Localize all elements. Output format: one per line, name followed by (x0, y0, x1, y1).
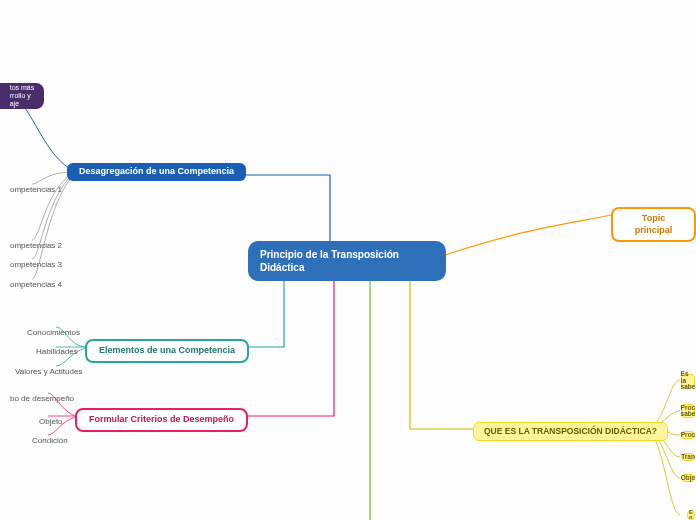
right-leaf-4[interactable]: Tran (681, 453, 695, 461)
desagregacion-label: Desagregación de una Competencia (79, 166, 234, 178)
comp-leaf-4[interactable]: ompetencias 4 (0, 276, 72, 294)
criterios-label: Formular Criterios de Desempeño (89, 414, 234, 426)
que-es-label: QUE ES LA TRANSPOSICIÓN DIDÁCTICA? (484, 426, 657, 437)
criterios-node[interactable]: Formular Criterios de Desempeño (75, 408, 248, 432)
right-leaf-2[interactable]: Proc sabe (681, 404, 695, 418)
comp-leaf-2[interactable]: ompetencias 2 (0, 237, 72, 255)
purple-text: tos más rrollo y aje (10, 84, 35, 107)
right-leaf-6[interactable]: E n (687, 510, 695, 520)
central-node[interactable]: Principio de la Transposición Didáctica (248, 241, 446, 281)
comp-leaf-3[interactable]: ompetencias 3 (0, 256, 72, 274)
topic-label: Topic principal (625, 213, 682, 236)
right-leaf-5[interactable]: Obje (681, 474, 695, 482)
elem-leaf-3[interactable]: Valores y Actitudes (5, 363, 92, 381)
crit-leaf-1[interactable]: bo de desempeño (0, 390, 84, 408)
elementos-label: Elementos de una Competencia (99, 345, 235, 357)
desagregacion-node[interactable]: Desagregación de una Competencia (67, 163, 246, 181)
elem-leaf-2[interactable]: Habilidades (26, 343, 88, 361)
elementos-node[interactable]: Elementos de una Competencia (85, 339, 249, 363)
purple-partial-node[interactable]: tos más rrollo y aje (0, 83, 44, 109)
crit-leaf-2[interactable]: Objeto (29, 413, 73, 431)
que-es-node[interactable]: QUE ES LA TRANSPOSICIÓN DIDÁCTICA? (473, 422, 668, 441)
right-leaf-1[interactable]: Es la sabe (681, 374, 695, 388)
comp-leaf-1[interactable]: ompetencias 1 (0, 181, 72, 199)
central-title: Principio de la Transposición Didáctica (260, 248, 436, 274)
crit-leaf-3[interactable]: Condición (22, 432, 78, 450)
elem-leaf-1[interactable]: Conocimientos (17, 324, 90, 342)
right-leaf-3[interactable]: Proc (681, 431, 695, 439)
topic-principal-node[interactable]: Topic principal (611, 207, 696, 242)
